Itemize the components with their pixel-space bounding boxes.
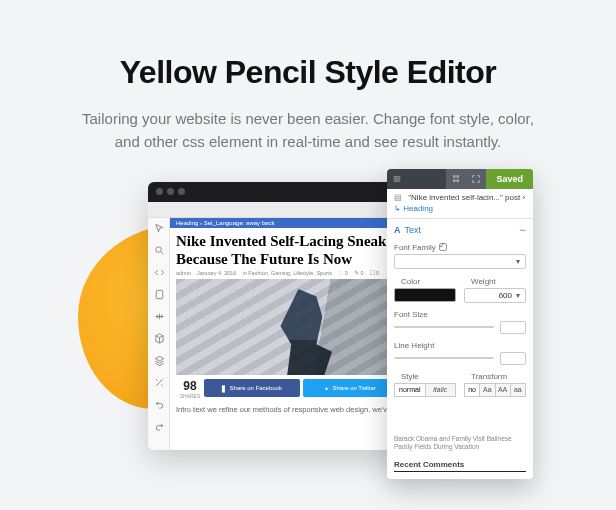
meta-cats: in Fashion, Gaming, Lifestyle, Sports [242, 270, 332, 276]
meta-date: January 4, 2016 [197, 270, 236, 276]
page-icon: ▤ [394, 193, 402, 202]
weight-select[interactable]: 600▾ [464, 288, 526, 303]
traffic-light-dot [178, 188, 185, 195]
font-family-label: Font Family [387, 240, 533, 254]
font-size-slider[interactable] [394, 322, 494, 332]
svg-rect-1 [156, 290, 162, 298]
meta-likes: ♡ 0 [338, 270, 348, 276]
color-swatch[interactable] [394, 288, 456, 302]
svg-point-0 [155, 247, 161, 253]
page-title: Yellow Pencil Style Editor [0, 54, 616, 91]
recent-comments-heading: Recent Comments [394, 460, 526, 472]
text-a-icon: A [394, 225, 401, 235]
style-normal-button[interactable]: normal [394, 383, 426, 397]
showcase-stage: Heading › Set_Language: away back Nike I… [0, 180, 616, 500]
share-twitter-button[interactable]: ✦Share on Twitter [303, 379, 399, 397]
meta-bookmark: ☐ 0 [370, 270, 380, 276]
share-count-label: SHARES [176, 393, 204, 399]
panel-toolbar: Saved [387, 169, 533, 189]
traffic-light-dot [167, 188, 174, 195]
sample-text: Barack Obama and Family Visit Balinese P… [394, 435, 526, 452]
box-icon[interactable] [148, 328, 170, 350]
transform-uppercase-button[interactable]: AA [496, 383, 511, 397]
meta-author: admin [176, 270, 191, 276]
menu-icon[interactable] [387, 169, 407, 189]
tool-rail [148, 218, 170, 450]
font-size-label: Font Size [387, 307, 533, 321]
device-icon[interactable] [148, 284, 170, 306]
saved-badge: Saved [486, 169, 533, 189]
transform-capitalize-button[interactable]: Aa [480, 383, 495, 397]
line-height-label: Line Height [387, 338, 533, 352]
undo-icon[interactable] [148, 394, 170, 416]
context-breadcrumb[interactable]: ▤ "Nike invented self-lacin..." post › [387, 189, 533, 202]
fullscreen-icon[interactable] [466, 169, 486, 189]
share-counter: 98 SHARES [176, 379, 204, 399]
element-breadcrumb[interactable]: ↳ Heading [387, 202, 533, 218]
section-header-text[interactable]: AText − [387, 218, 533, 240]
transform-none-button[interactable]: no [464, 383, 480, 397]
meta-comments: ✎ 0 [354, 270, 364, 276]
ruler-icon[interactable] [148, 306, 170, 328]
style-inspector-panel: Saved ▤ "Nike invented self-lacin..." po… [387, 169, 533, 479]
search-icon[interactable] [148, 240, 170, 262]
layers-icon[interactable] [148, 350, 170, 372]
share-facebook-button[interactable]: ▋Share on Facebook [204, 379, 300, 397]
style-label: Style [394, 369, 456, 383]
line-height-slider[interactable] [394, 353, 494, 363]
style-italic-button[interactable]: italic [426, 383, 457, 397]
weight-label: Weight [464, 274, 526, 288]
redo-icon[interactable] [148, 416, 170, 438]
inherit-checkbox[interactable] [439, 243, 447, 251]
font-family-select[interactable]: ▾ [394, 254, 526, 269]
page-subtitle: Tailoring your website is never been eas… [78, 107, 538, 154]
transform-lowercase-button[interactable]: aa [511, 383, 526, 397]
collapse-icon[interactable]: − [519, 224, 526, 236]
share-count: 98 [176, 379, 204, 393]
line-height-input[interactable] [500, 352, 526, 365]
code-icon[interactable] [148, 262, 170, 284]
font-size-input[interactable] [500, 321, 526, 334]
transform-label: Transform [464, 369, 526, 383]
color-label: Color [394, 274, 456, 288]
wand-icon[interactable] [148, 372, 170, 394]
traffic-light-dot [156, 188, 163, 195]
settings-icon[interactable] [446, 169, 466, 189]
pointer-tool-icon[interactable] [148, 218, 170, 240]
